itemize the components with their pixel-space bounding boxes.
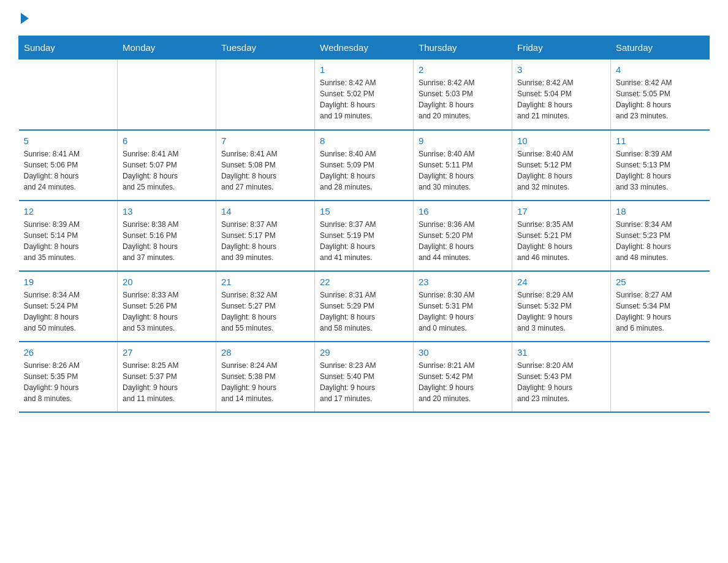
- day-number: 17: [517, 206, 605, 216]
- calendar-cell: [611, 342, 710, 412]
- day-number: 12: [24, 206, 113, 216]
- calendar-cell: 29Sunrise: 8:23 AM Sunset: 5:40 PM Dayli…: [315, 342, 414, 412]
- day-number: 26: [24, 347, 113, 358]
- day-info: Sunrise: 8:29 AM Sunset: 5:32 PM Dayligh…: [517, 289, 605, 334]
- day-number: 3: [517, 64, 605, 75]
- day-number: 15: [320, 206, 408, 216]
- day-number: 6: [123, 136, 211, 146]
- calendar-cell: 19Sunrise: 8:34 AM Sunset: 5:24 PM Dayli…: [19, 271, 118, 342]
- calendar-cell: 24Sunrise: 8:29 AM Sunset: 5:32 PM Dayli…: [512, 271, 611, 342]
- calendar-cell: 16Sunrise: 8:36 AM Sunset: 5:20 PM Dayli…: [414, 201, 512, 271]
- day-number: 31: [517, 347, 605, 358]
- day-number: 7: [221, 136, 309, 146]
- day-info: Sunrise: 8:35 AM Sunset: 5:21 PM Dayligh…: [517, 219, 605, 263]
- day-number: 5: [24, 136, 113, 146]
- calendar-week-5: 26Sunrise: 8:26 AM Sunset: 5:35 PM Dayli…: [19, 342, 710, 412]
- day-number: 1: [320, 64, 408, 75]
- day-number: 28: [221, 347, 309, 358]
- day-info: Sunrise: 8:33 AM Sunset: 5:26 PM Dayligh…: [123, 289, 211, 334]
- day-number: 23: [419, 277, 507, 287]
- calendar-cell: 30Sunrise: 8:21 AM Sunset: 5:42 PM Dayli…: [414, 342, 512, 412]
- day-info: Sunrise: 8:23 AM Sunset: 5:40 PM Dayligh…: [320, 360, 408, 404]
- day-info: Sunrise: 8:24 AM Sunset: 5:38 PM Dayligh…: [221, 360, 309, 404]
- calendar-cell: 31Sunrise: 8:20 AM Sunset: 5:43 PM Dayli…: [512, 342, 611, 412]
- calendar-cell: 9Sunrise: 8:40 AM Sunset: 5:11 PM Daylig…: [414, 130, 512, 201]
- day-number: 22: [320, 277, 408, 287]
- calendar-cell: 17Sunrise: 8:35 AM Sunset: 5:21 PM Dayli…: [512, 201, 611, 271]
- calendar-cell: 5Sunrise: 8:41 AM Sunset: 5:06 PM Daylig…: [19, 130, 118, 201]
- weekday-header-friday: Friday: [512, 36, 611, 59]
- calendar-cell: [118, 59, 216, 130]
- day-info: Sunrise: 8:41 AM Sunset: 5:07 PM Dayligh…: [123, 148, 211, 193]
- day-info: Sunrise: 8:40 AM Sunset: 5:12 PM Dayligh…: [517, 148, 605, 193]
- calendar-cell: 13Sunrise: 8:38 AM Sunset: 5:16 PM Dayli…: [118, 201, 216, 271]
- day-info: Sunrise: 8:34 AM Sunset: 5:24 PM Dayligh…: [24, 289, 113, 334]
- day-number: 16: [419, 206, 507, 216]
- logo: [18, 12, 29, 23]
- calendar-week-2: 5Sunrise: 8:41 AM Sunset: 5:06 PM Daylig…: [19, 130, 710, 201]
- day-number: 4: [616, 64, 705, 75]
- day-info: Sunrise: 8:21 AM Sunset: 5:42 PM Dayligh…: [419, 360, 507, 404]
- day-number: 24: [517, 277, 605, 287]
- day-info: Sunrise: 8:40 AM Sunset: 5:09 PM Dayligh…: [320, 148, 408, 193]
- day-number: 20: [123, 277, 211, 287]
- day-number: 21: [221, 277, 309, 287]
- weekday-header-wednesday: Wednesday: [315, 36, 414, 59]
- calendar-cell: 25Sunrise: 8:27 AM Sunset: 5:34 PM Dayli…: [611, 271, 710, 342]
- calendar-body: 1Sunrise: 8:42 AM Sunset: 5:02 PM Daylig…: [19, 59, 710, 412]
- weekday-header-saturday: Saturday: [611, 36, 710, 59]
- weekday-header-tuesday: Tuesday: [216, 36, 315, 59]
- day-number: 9: [419, 136, 507, 146]
- day-number: 13: [123, 206, 211, 216]
- day-number: 8: [320, 136, 408, 146]
- header: [18, 12, 710, 23]
- day-number: 10: [517, 136, 605, 146]
- weekday-header-monday: Monday: [118, 36, 216, 59]
- calendar-cell: 3Sunrise: 8:42 AM Sunset: 5:04 PM Daylig…: [512, 59, 611, 130]
- calendar-cell: 15Sunrise: 8:37 AM Sunset: 5:19 PM Dayli…: [315, 201, 414, 271]
- calendar-cell: 21Sunrise: 8:32 AM Sunset: 5:27 PM Dayli…: [216, 271, 315, 342]
- calendar-cell: 22Sunrise: 8:31 AM Sunset: 5:29 PM Dayli…: [315, 271, 414, 342]
- day-info: Sunrise: 8:37 AM Sunset: 5:17 PM Dayligh…: [221, 219, 309, 263]
- day-number: 19: [24, 277, 113, 287]
- day-info: Sunrise: 8:41 AM Sunset: 5:08 PM Dayligh…: [221, 148, 309, 193]
- calendar-week-4: 19Sunrise: 8:34 AM Sunset: 5:24 PM Dayli…: [19, 271, 710, 342]
- day-info: Sunrise: 8:42 AM Sunset: 5:03 PM Dayligh…: [419, 77, 507, 121]
- day-info: Sunrise: 8:41 AM Sunset: 5:06 PM Dayligh…: [24, 148, 113, 193]
- calendar-cell: 8Sunrise: 8:40 AM Sunset: 5:09 PM Daylig…: [315, 130, 414, 201]
- day-info: Sunrise: 8:40 AM Sunset: 5:11 PM Dayligh…: [419, 148, 507, 193]
- calendar-cell: 1Sunrise: 8:42 AM Sunset: 5:02 PM Daylig…: [315, 59, 414, 130]
- day-info: Sunrise: 8:26 AM Sunset: 5:35 PM Dayligh…: [24, 360, 113, 404]
- day-info: Sunrise: 8:30 AM Sunset: 5:31 PM Dayligh…: [419, 289, 507, 334]
- day-number: 2: [419, 64, 507, 75]
- day-info: Sunrise: 8:34 AM Sunset: 5:23 PM Dayligh…: [616, 219, 705, 263]
- day-info: Sunrise: 8:39 AM Sunset: 5:13 PM Dayligh…: [616, 148, 705, 193]
- day-info: Sunrise: 8:31 AM Sunset: 5:29 PM Dayligh…: [320, 289, 408, 334]
- day-number: 30: [419, 347, 507, 358]
- day-number: 29: [320, 347, 408, 358]
- calendar-cell: 2Sunrise: 8:42 AM Sunset: 5:03 PM Daylig…: [414, 59, 512, 130]
- calendar-cell: [19, 59, 118, 130]
- day-info: Sunrise: 8:36 AM Sunset: 5:20 PM Dayligh…: [419, 219, 507, 263]
- day-number: 25: [616, 277, 705, 287]
- calendar-cell: 20Sunrise: 8:33 AM Sunset: 5:26 PM Dayli…: [118, 271, 216, 342]
- calendar-header: SundayMondayTuesdayWednesdayThursdayFrid…: [19, 36, 710, 59]
- day-number: 11: [616, 136, 705, 146]
- day-info: Sunrise: 8:42 AM Sunset: 5:05 PM Dayligh…: [616, 77, 705, 121]
- calendar-cell: 4Sunrise: 8:42 AM Sunset: 5:05 PM Daylig…: [611, 59, 710, 130]
- calendar-cell: [216, 59, 315, 130]
- logo-triangle-icon: [21, 13, 29, 24]
- weekday-row: SundayMondayTuesdayWednesdayThursdayFrid…: [19, 36, 710, 59]
- calendar-cell: 10Sunrise: 8:40 AM Sunset: 5:12 PM Dayli…: [512, 130, 611, 201]
- calendar-cell: 11Sunrise: 8:39 AM Sunset: 5:13 PM Dayli…: [611, 130, 710, 201]
- day-info: Sunrise: 8:42 AM Sunset: 5:02 PM Dayligh…: [320, 77, 408, 121]
- day-info: Sunrise: 8:27 AM Sunset: 5:34 PM Dayligh…: [616, 289, 705, 334]
- calendar-cell: 23Sunrise: 8:30 AM Sunset: 5:31 PM Dayli…: [414, 271, 512, 342]
- day-number: 18: [616, 206, 705, 216]
- calendar-cell: 18Sunrise: 8:34 AM Sunset: 5:23 PM Dayli…: [611, 201, 710, 271]
- day-number: 27: [123, 347, 211, 358]
- calendar-week-1: 1Sunrise: 8:42 AM Sunset: 5:02 PM Daylig…: [19, 59, 710, 130]
- calendar-cell: 27Sunrise: 8:25 AM Sunset: 5:37 PM Dayli…: [118, 342, 216, 412]
- calendar-cell: 7Sunrise: 8:41 AM Sunset: 5:08 PM Daylig…: [216, 130, 315, 201]
- calendar-table: SundayMondayTuesdayWednesdayThursdayFrid…: [18, 36, 710, 413]
